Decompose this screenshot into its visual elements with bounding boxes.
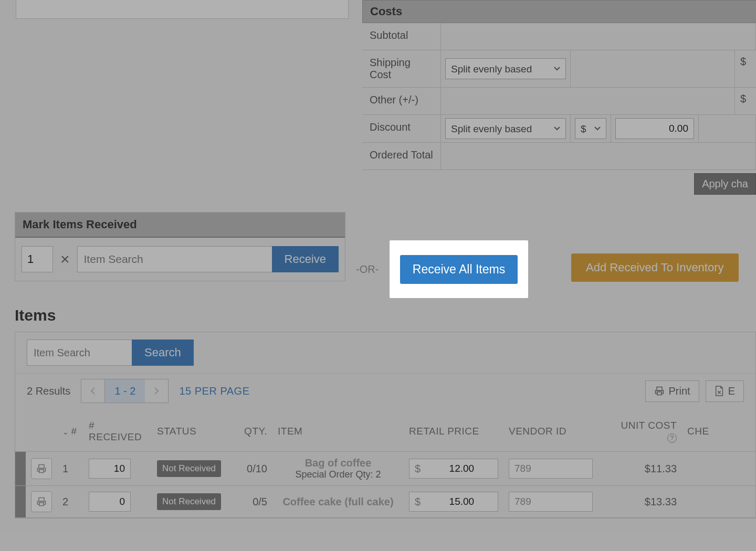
unit-cost-cell: $11.33 xyxy=(608,452,682,486)
retail-price-input[interactable]: $ xyxy=(409,492,498,512)
items-table: ⌄# # RECEIVED STATUS QTY. ITEM RETAIL PR… xyxy=(15,411,755,518)
col-retail[interactable]: RETAIL PRICE xyxy=(404,411,503,452)
qty-cell: 0/5 xyxy=(230,486,272,518)
status-badge: Not Received xyxy=(157,460,221,477)
col-vendor[interactable]: VENDOR ID xyxy=(503,411,608,452)
col-qty[interactable]: QTY. xyxy=(230,411,272,452)
status-badge: Not Received xyxy=(157,493,221,510)
discount-value-input[interactable] xyxy=(615,118,694,139)
ordered-total-label: Ordered Total xyxy=(362,143,441,169)
print-button[interactable]: Print xyxy=(645,380,699,402)
retail-price-input[interactable]: $ xyxy=(409,459,498,479)
notes-textarea[interactable] xyxy=(16,0,349,19)
discount-unit-select[interactable]: $ xyxy=(575,118,606,139)
items-search-input[interactable] xyxy=(27,340,132,366)
row-print-button[interactable] xyxy=(31,458,52,479)
unit-cost-cell: $13.33 xyxy=(608,486,682,518)
export-icon xyxy=(715,386,724,396)
mark-qty-input[interactable] xyxy=(22,246,53,272)
receive-button[interactable]: Receive xyxy=(272,246,339,272)
mark-item-search-input[interactable] xyxy=(77,246,272,272)
discount-label: Discount xyxy=(362,115,441,142)
col-item[interactable]: ITEM xyxy=(272,411,404,452)
times-icon: × xyxy=(60,250,70,268)
vendor-id-input[interactable] xyxy=(509,459,593,479)
chevron-left-icon xyxy=(90,387,96,395)
shipping-split-select[interactable]: Split evenly based xyxy=(445,58,566,79)
item-sub: Special Order Qty: 2 xyxy=(278,469,398,480)
apply-changes-button[interactable]: Apply cha xyxy=(694,173,756,195)
chevron-right-icon xyxy=(153,387,160,395)
row-num: 2 xyxy=(57,486,83,518)
per-page-link[interactable]: 15 PER PAGE xyxy=(179,385,249,397)
print-icon xyxy=(654,386,665,396)
received-input[interactable] xyxy=(89,459,131,479)
row-print-button[interactable] xyxy=(31,491,52,512)
col-unit-cost[interactable]: UNIT COST? xyxy=(608,411,682,452)
costs-panel: Costs Subtotal Shipping Cost Split evenl… xyxy=(362,0,756,170)
col-received[interactable]: # RECEIVED xyxy=(83,411,152,452)
sort-desc-icon[interactable]: ⌄ xyxy=(62,428,69,436)
discount-split-select[interactable]: Split evenly based xyxy=(445,118,566,139)
shipping-dollar: $ xyxy=(735,50,756,87)
col-che[interactable]: CHE xyxy=(682,411,755,452)
qty-cell: 0/10 xyxy=(230,452,272,486)
items-title: Items xyxy=(15,306,56,324)
item-name[interactable]: Coffee cake (full cake) xyxy=(278,496,398,508)
row-handle[interactable] xyxy=(15,486,26,518)
items-search-button[interactable]: Search xyxy=(132,340,194,366)
items-panel: Search 2 Results 1 - 2 15 PER PAGE Print… xyxy=(15,332,756,518)
help-icon[interactable]: ? xyxy=(667,433,677,443)
row-num: 1 xyxy=(57,452,83,486)
other-label: Other (+/-) xyxy=(362,88,441,114)
shipping-label: Shipping Cost xyxy=(362,50,441,87)
item-name[interactable]: Bag of coffee xyxy=(278,457,398,469)
col-status[interactable]: STATUS xyxy=(152,411,230,452)
pager-next-button[interactable] xyxy=(145,379,168,402)
pager: 1 - 2 xyxy=(81,379,169,403)
pager-prev-button[interactable] xyxy=(81,379,104,402)
other-dollar: $ xyxy=(735,88,756,114)
costs-header: Costs xyxy=(362,0,756,23)
highlight-box: Receive All Items xyxy=(390,240,528,298)
receive-all-button[interactable]: Receive All Items xyxy=(400,255,518,284)
add-to-inventory-button[interactable]: Add Received To Inventory xyxy=(571,253,739,282)
or-label: -OR- xyxy=(356,263,379,276)
table-row: 1Not Received0/10Bag of coffeeSpecial Or… xyxy=(15,452,755,486)
received-input[interactable] xyxy=(89,492,131,512)
vendor-id-input[interactable] xyxy=(509,492,593,512)
subtotal-label: Subtotal xyxy=(362,23,441,50)
mark-items-header: Mark Items Received xyxy=(15,213,345,238)
pager-range: 1 - 2 xyxy=(104,379,145,402)
mark-items-panel: Mark Items Received × Receive xyxy=(15,212,345,281)
results-count: 2 Results xyxy=(27,385,70,397)
export-button[interactable]: E xyxy=(706,380,744,402)
table-row: 2Not Received0/5Coffee cake (full cake)$… xyxy=(15,486,755,518)
row-handle[interactable] xyxy=(15,452,26,486)
